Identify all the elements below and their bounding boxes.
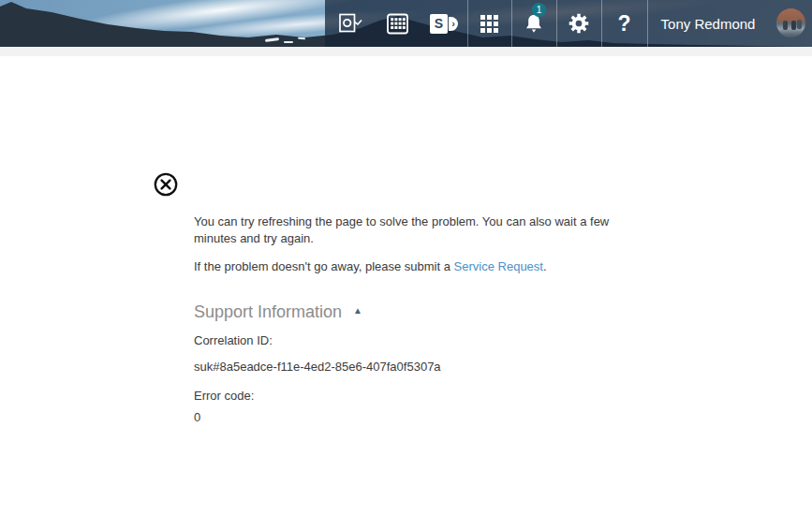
error-followup-prefix: If the problem doesn't go away, please s…	[194, 259, 454, 273]
outlook-icon	[337, 11, 363, 36]
outlook-mail-button[interactable]	[328, 0, 373, 47]
calendar-icon	[386, 12, 409, 36]
error-followup-suffix: .	[543, 259, 547, 273]
support-information-toggle[interactable]: Support Information ▲	[194, 302, 362, 322]
error-followup: If the problem doesn't go away, please s…	[194, 259, 547, 273]
sharepoint-letter: S	[430, 14, 448, 34]
suite-bar: S › 1	[0, 0, 812, 47]
user-name[interactable]: Tony Redmond	[647, 0, 769, 47]
snow-patch	[284, 41, 293, 43]
support-information-heading: Support Information	[194, 302, 342, 322]
settings-button[interactable]	[556, 0, 601, 47]
error-code-value: 0	[194, 410, 200, 424]
error-page: S › 1	[0, 0, 812, 530]
error-message: You can try refreshing the page to solve…	[194, 213, 648, 247]
sharepoint-arrow: ›	[449, 17, 458, 31]
correlation-id-label: Correlation ID:	[194, 333, 273, 347]
calendar-button[interactable]	[375, 0, 420, 47]
help-icon: ?	[617, 11, 630, 37]
user-avatar[interactable]	[776, 8, 805, 37]
service-request-link[interactable]: Service Request	[454, 259, 543, 273]
app-launcher-icon	[480, 15, 498, 33]
correlation-id-value: suk#8a5eadce-f11e-4ed2-85e6-407fa0f5307a	[194, 360, 441, 374]
error-code-label: Error code:	[194, 389, 254, 403]
notification-badge[interactable]: 1	[532, 3, 546, 17]
error-icon	[153, 171, 179, 198]
help-button[interactable]: ?	[601, 0, 647, 47]
sharepoint-button[interactable]: S ›	[421, 0, 466, 47]
subheader-strip	[0, 47, 812, 56]
gear-icon	[567, 11, 591, 36]
sharepoint-icon: S ›	[430, 14, 458, 34]
app-launcher-button[interactable]	[467, 0, 511, 47]
collapse-arrow-icon: ▲	[353, 305, 362, 316]
